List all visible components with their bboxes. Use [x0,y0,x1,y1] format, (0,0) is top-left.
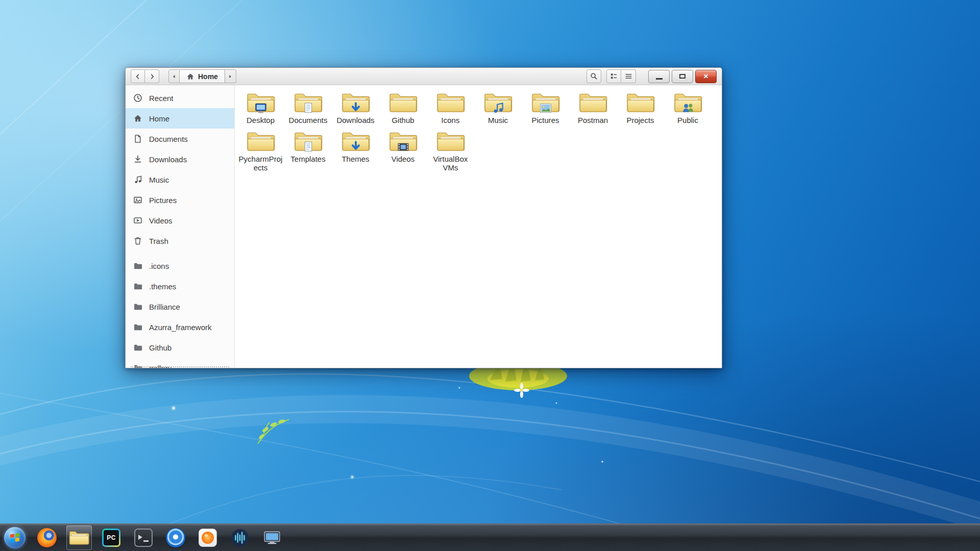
sidebar-item-label: Documents [149,135,188,143]
file-label: Music [488,116,508,125]
file-area[interactable]: Desktop Documents Downloads Github Icons… [235,85,722,368]
folder-icon [133,343,142,352]
video-icon [133,216,142,225]
taskbar-blue-circle-app-button[interactable] [163,525,188,550]
file-item-templates[interactable]: Templates [284,128,332,176]
sidebar-item-gallery[interactable]: gallery [126,358,234,368]
search-button[interactable] [586,69,601,83]
folder-icon [579,91,607,115]
view-toggle [606,69,636,83]
file-label: Videos [391,155,415,164]
blue-circle-app-icon [166,528,185,547]
folder-icon [626,91,655,115]
sidebar-item-icons[interactable]: .icons [126,256,234,276]
folder-icon [484,91,512,115]
folder-icon [247,91,275,115]
file-item-documents[interactable]: Documents [284,89,332,128]
file-item-pictures[interactable]: Pictures [522,89,569,128]
sidebar-item-downloads[interactable]: Downloads [126,149,234,169]
sidebar-item-github[interactable]: Github [126,337,234,358]
file-item-projects[interactable]: Projects [617,89,664,128]
window-titlebar[interactable]: Home [126,68,722,85]
sidebar-item-pictures[interactable]: Pictures [126,190,234,210]
desktop: Home [0,0,980,551]
titlebar-actions: × [586,69,717,83]
file-item-virtualbox-vms[interactable]: VirtualBox VMs [427,128,474,176]
sidebar-item-recent[interactable]: Recent [126,88,234,108]
file-item-themes[interactable]: Themes [332,128,379,176]
forward-button[interactable] [145,69,159,83]
taskbar-terminal-button[interactable] [131,525,156,550]
sidebar-item-music[interactable]: Music [126,169,234,190]
folder-icon [69,530,89,546]
triangle-left-icon [172,74,176,79]
audio-waveform-icon [230,528,250,547]
windows-logo-icon [4,527,26,548]
taskbar-file-manager-button[interactable] [66,525,92,550]
clock-icon [133,93,142,103]
download-badge-icon [349,102,362,115]
chevron-right-icon [149,73,156,80]
file-grid: Desktop Documents Downloads Github Icons… [237,89,721,175]
sidebar-item-videos[interactable]: Videos [126,210,234,231]
file-item-public[interactable]: Public [664,89,712,128]
start-button[interactable] [2,525,28,550]
file-manager-window: Home [125,67,722,368]
sidebar-item-label: Brilliance [149,303,180,311]
sidebar-item-home[interactable]: Home [126,108,234,129]
file-item-icons[interactable]: Icons [427,89,474,128]
maximize-button[interactable] [672,70,693,83]
file-label: Documents [289,116,328,125]
triangle-right-icon [228,74,232,79]
folder-icon [133,322,142,332]
sidebar-item-label: Recent [149,94,174,103]
trash-icon [133,236,142,245]
sidebar-item-label: Videos [149,216,173,225]
file-label: VirtualBox VMs [428,155,473,172]
close-button[interactable]: × [695,70,717,83]
file-item-downloads[interactable]: Downloads [332,89,379,128]
back-button[interactable] [131,69,145,83]
pycharm-label: PC [107,534,116,541]
folder-icon [674,91,702,115]
sidebar-places: RecentHomeDocumentsDownloadsMusicPicture… [126,88,234,251]
file-item-music[interactable]: Music [474,89,522,128]
file-item-desktop[interactable]: Desktop [237,89,284,128]
file-item-postman[interactable]: Postman [569,89,617,128]
list-view-icon [625,72,632,80]
taskbar-pycharm-button[interactable]: PC [99,525,124,550]
sidebar-item-themes[interactable]: .themes [126,276,234,296]
path-next-button[interactable] [225,69,236,83]
sidebar-item-trash[interactable]: Trash [126,231,234,251]
monitor-badge-icon [254,102,267,115]
display-app-icon [262,528,282,547]
list-view-button[interactable] [621,69,636,83]
breadcrumb-home-button[interactable]: Home [180,69,225,83]
file-label: Public [677,116,698,125]
file-item-videos[interactable]: Videos [379,128,427,176]
grid-view-button[interactable] [606,69,621,83]
taskbar-firefox-button[interactable] [34,525,60,550]
sidebar-item-label: .icons [149,262,169,270]
file-label: Icons [442,116,460,125]
file-item-github[interactable]: Github [379,89,427,128]
photo-icon [133,195,142,205]
minimize-button[interactable] [648,70,670,83]
file-label: Projects [626,116,654,125]
file-label: Github [391,116,414,125]
search-icon [590,72,598,80]
taskbar-display-app-button[interactable] [259,525,285,550]
sidebar-item-brilliance[interactable]: Brilliance [126,296,234,317]
document-badge-icon [302,102,315,115]
pycharm-icon: PC [102,529,120,547]
path-prev-button[interactable] [168,69,180,83]
sidebar-item-documents[interactable]: Documents [126,129,234,149]
sidebar-item-label: Trash [149,237,168,245]
folder-icon [133,363,142,368]
sidebar-item-azurra-framework[interactable]: Azurra_framework [126,317,234,337]
file-item-pycharmprojects[interactable]: PycharmProjects [237,128,284,176]
folder-icon [133,261,142,270]
taskbar-audio-app-button[interactable] [227,525,253,550]
taskbar-orange-app-button[interactable] [195,525,220,550]
firefox-icon [37,528,57,547]
